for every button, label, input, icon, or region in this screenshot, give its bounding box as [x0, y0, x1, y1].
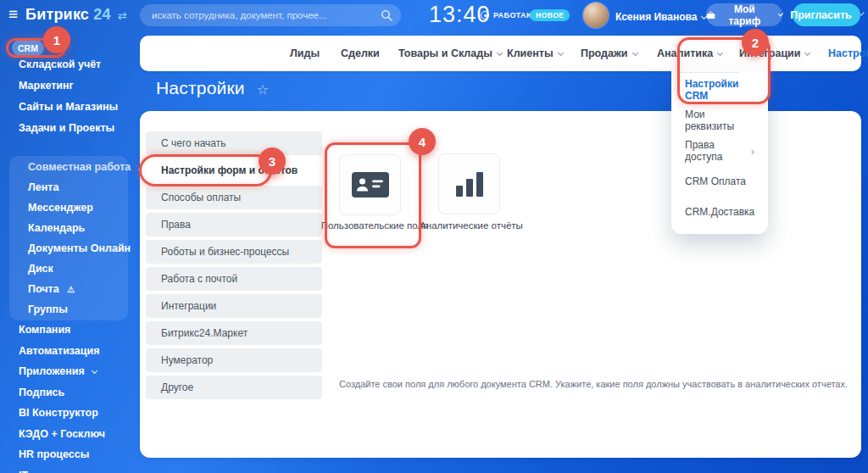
nav-tab-deals[interactable]: Сделки — [341, 47, 380, 59]
invite-label: Пригласить — [790, 9, 852, 21]
sidebar-group-header[interactable]: Совместная работа — [9, 157, 128, 177]
sidebar-item-sign[interactable]: Подпись — [0, 382, 140, 403]
nav-label: Настройки — [828, 47, 868, 59]
menu-item-crm-settings[interactable]: Настройки CRM — [671, 75, 768, 105]
user-avatar[interactable] — [583, 3, 609, 28]
menu-item-crm-payment[interactable]: CRM Оплата — [671, 166, 768, 197]
search-icon — [381, 9, 392, 21]
page-title: Настройки ☆ — [156, 78, 269, 98]
settings-tabs-list: С чего начать Настройки форм и отчетов С… — [146, 131, 322, 399]
mail-label: Почта — [28, 283, 59, 295]
tab-payment-methods[interactable]: Способы оплаты — [146, 186, 322, 209]
bitrix24-logo: Битрикс 24 ⇄ — [25, 6, 127, 24]
briefcase-icon — [706, 10, 715, 20]
sidebar-item-messenger[interactable]: Мессенджер — [9, 198, 128, 218]
nav-tab-leads[interactable]: Лиды — [290, 47, 320, 59]
nav-label: Сделки — [341, 47, 380, 59]
sidebar-item-apps[interactable]: Приложения — [0, 361, 140, 382]
bar-chart-icon — [453, 169, 486, 199]
section-description: Создайте свои поля для любого документа … — [339, 379, 848, 389]
sidebar-item-mail[interactable]: Почта ⚠ — [9, 279, 128, 299]
my-plan-label: Мой тариф — [721, 3, 768, 27]
sidebar-item-sites[interactable]: Сайты и Магазины — [0, 97, 140, 118]
apps-label: Приложения — [19, 365, 85, 377]
nav-label: Лиды — [290, 47, 320, 59]
nav-tab-integrations[interactable]: Интеграции — [739, 47, 810, 59]
new-feature-badge: НОВОЕ — [530, 9, 570, 21]
sidebar-item-disk[interactable]: Диск — [9, 259, 128, 279]
sidebar-item-warehouse[interactable]: Складской учёт — [0, 54, 140, 75]
tile-custom-fields-label[interactable]: Пользовательские поля — [320, 220, 430, 231]
invite-button[interactable]: Пригласить — [793, 3, 860, 26]
sidebar-item-hr[interactable]: HR процессы — [0, 444, 140, 465]
chevron-down-icon — [632, 49, 637, 55]
tab-integrations[interactable]: Интеграции — [146, 294, 322, 318]
nav-label: Аналитика — [657, 47, 713, 59]
page-title-text: Настройки — [156, 78, 245, 97]
tile-analytic-reports[interactable] — [438, 153, 500, 214]
user-name-label: Ксения Иванова — [615, 11, 697, 23]
sidebar-item-company[interactable]: Компания — [0, 320, 140, 341]
sidebar-item-automation[interactable]: Автоматизация — [0, 341, 140, 362]
sidebar-item-calendar[interactable]: Календарь — [9, 218, 128, 238]
user-menu[interactable]: Ксения Иванова — [615, 11, 706, 23]
settings-dropdown-menu: Настройки CRM Мои реквизиты Права доступ… — [671, 71, 768, 234]
sidebar-item-docs-online[interactable]: Документы Онлайн — [9, 238, 128, 259]
tab-market[interactable]: Битрикс24.Маркет — [146, 321, 322, 345]
nav-tab-products[interactable]: Товары и Склады — [398, 47, 502, 59]
my-plan-button[interactable]: Мой тариф — [706, 3, 782, 26]
chevron-down-icon — [497, 49, 503, 55]
tab-numerator[interactable]: Нумератор — [146, 348, 322, 372]
sidebar-item-kedo[interactable]: КЭДО + Госключ — [0, 424, 140, 445]
app-root: ≡ Битрикс 24 ⇄ 13:40 РАБОТАЮ НОВОЕ Ксени… — [0, 0, 868, 473]
chevron-down-icon — [804, 49, 810, 55]
tab-robots-bp[interactable]: Роботы и бизнес-процессы — [146, 240, 322, 264]
tab-other[interactable]: Другое — [146, 376, 322, 399]
switch-account-icon[interactable]: ⇄ — [118, 9, 127, 22]
tile-custom-fields[interactable] — [339, 154, 401, 215]
sidebar-item-bi-builder[interactable]: BI Конструктор — [0, 403, 140, 424]
tab-mail[interactable]: Работа с почтой — [146, 267, 322, 291]
status-record-icon — [481, 11, 489, 19]
tab-getting-started[interactable]: С чего начать — [146, 131, 322, 155]
work-status-toggle[interactable]: РАБОТАЮ — [481, 11, 535, 19]
nav-label: Клиенты — [507, 47, 554, 59]
nav-tab-settings[interactable]: Настройки — [828, 47, 868, 59]
sidebar-item-tasks[interactable]: Задачи и Проекты — [0, 118, 140, 139]
menu-item-label: Права доступа — [685, 139, 751, 163]
brand-text: Битрикс — [25, 6, 89, 23]
brand-number: 24 — [93, 6, 110, 23]
sidebar-item-feed[interactable]: Лента — [9, 177, 128, 198]
chevron-down-icon — [717, 49, 723, 55]
warning-icon: ⚠ — [67, 285, 75, 294]
tab-permissions[interactable]: Права — [146, 213, 322, 236]
global-search[interactable] — [140, 4, 401, 26]
sidebar-item-groups[interactable]: Группы — [9, 299, 128, 320]
chevron-down-icon — [92, 368, 97, 374]
nav-tab-sales[interactable]: Продажи — [581, 47, 637, 59]
menu-item-my-details[interactable]: Мои реквизиты — [671, 105, 768, 136]
tile-analytic-reports-label[interactable]: Аналитические отчёты — [416, 220, 526, 231]
contact-card-icon — [352, 172, 389, 198]
sidebar-item-marketing[interactable]: Маркетинг — [0, 75, 140, 97]
nav-label: Интеграции — [739, 47, 800, 59]
nav-tab-analytics[interactable]: Аналитика — [657, 47, 722, 59]
menu-item-access-rights[interactable]: Права доступа › — [671, 136, 768, 166]
chevron-down-icon — [860, 12, 864, 15]
favorite-star-icon[interactable]: ☆ — [257, 82, 270, 97]
chevron-down-icon — [558, 49, 564, 55]
nav-label: Товары и Склады — [398, 47, 492, 59]
nav-label: Продажи — [581, 47, 628, 59]
menu-item-crm-delivery[interactable]: CRM.Доставка — [671, 197, 768, 227]
tab-forms-reports[interactable]: Настройки форм и отчетов — [146, 159, 322, 182]
sidebar-group-collaboration: Совместная работа Лента Мессенджер Кален… — [9, 156, 128, 320]
menu-hamburger-icon[interactable]: ≡ — [8, 5, 18, 24]
status-label: РАБОТАЮ — [493, 11, 535, 19]
search-input[interactable] — [152, 10, 381, 20]
sidebar-item-it[interactable]: IT-отдел — [0, 465, 140, 473]
crm-top-nav: Лиды Сделки Товары и Склады Клиенты Прод… — [140, 36, 861, 71]
chevron-down-icon — [777, 11, 783, 17]
nav-tab-clients[interactable]: Клиенты — [507, 47, 563, 59]
group-header-label: Совместная работа — [28, 161, 131, 173]
submenu-arrow-icon: › — [751, 145, 754, 158]
